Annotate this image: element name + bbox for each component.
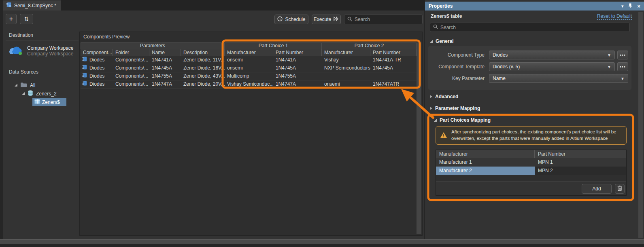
tree-item-zeners-table[interactable]: Zeners$ [6,98,79,106]
component-template-more-button[interactable]: ••• [617,62,628,71]
section-collapsed-icon [430,107,432,110]
expander-icon[interactable] [22,92,25,95]
add-source-button[interactable]: + [6,14,17,24]
clock-icon [277,16,283,23]
table-row[interactable]: Diodes Components\... 1N4745A Zener Diod… [81,64,417,72]
col-component[interactable]: Component... [81,49,113,56]
key-parameter-dropdown[interactable]: Name ▼ [489,74,628,83]
pc2-manufacturer-cell: NXP Semiconductors [322,64,370,72]
pc1-manufacturer-cell: onsemi [225,64,273,72]
execute-label: Execute [314,17,331,22]
group-parameters: Parameters [81,42,225,49]
tree-item-zeners-2[interactable]: Zeners_2 [6,89,79,98]
section-collapsed-icon [430,95,432,98]
workspace-subtitle: Company Workspace [27,51,74,57]
col-pc2-part-number[interactable]: Part Number [370,49,417,56]
schedule-button[interactable]: Schedule [274,15,308,24]
section-parameter-mapping[interactable]: Parameter Mapping [430,106,480,111]
manufacturer-cell[interactable]: Manufacturer 1 [436,158,535,167]
properties-title-bar: Properties ▾ × [425,2,644,11]
manufacturer-cell[interactable]: Manufacturer 2 [436,167,535,175]
table-row[interactable]: Diodes Components\... 1N4741A Zener Diod… [81,56,417,64]
components-preview-table: Parameters Part Choice 1 Part Choice 2 C… [81,42,417,89]
component-type-more-button[interactable]: ••• [617,51,628,59]
reset-to-default-link[interactable]: Reset to Default [597,13,632,20]
execute-button[interactable]: Execute [312,15,341,24]
pc1-manufacturer-cell: Multicomp [225,72,273,80]
part-number-cell[interactable]: MPN 2 [535,167,626,175]
empty-row [436,175,626,182]
close-icon[interactable]: × [637,3,640,9]
sync-direction-button[interactable]: ⇅ [20,14,33,24]
properties-search-box[interactable] [430,23,630,32]
properties-search-input[interactable] [440,25,627,30]
key-parameter-label: Key Parameter [431,76,489,81]
table-row[interactable]: Diodes Components\... 1N4755A Zener Diod… [81,72,417,80]
pc2-part-number-cell [370,72,417,80]
folder-cell: Components\... [113,80,149,88]
group-part-choice-1: Part Choice 1 [225,42,322,49]
component-template-dropdown[interactable]: Diodes (v. 5) ▼ [489,62,615,71]
section-part-choices-mapping[interactable]: Part Choices Mapping [434,117,491,123]
section-expanded-icon [430,40,433,43]
properties-subtitle: Zeners$ table [431,13,462,19]
component-icon [82,64,87,72]
section-advanced[interactable]: Advanced [430,94,458,99]
component-type-label: Component Type [431,52,489,58]
folder-cell: Components\... [113,72,149,80]
name-cell: 1N4741A [149,56,181,64]
status-bar [0,239,644,244]
search-icon [433,24,438,30]
pc2-manufacturer-cell [322,72,370,80]
general-fields-group: Component Type Diodes ▼ ••• Component Te… [428,46,631,90]
table-icon [34,99,40,105]
section-general[interactable]: General [430,38,454,44]
delete-button[interactable] [615,184,625,194]
cmpsync-document-icon [6,2,12,9]
col-folder[interactable]: Folder [113,49,149,56]
column-header-row: Component... Folder Name Description Man… [81,49,417,56]
add-button[interactable]: Add [582,184,612,194]
tree-item-all[interactable]: All [6,81,79,89]
group-part-choice-2: Part Choice 2 [322,42,417,49]
col-pc1-manufacturer[interactable]: Manufacturer [225,49,273,56]
part-choice-row-selected[interactable]: Manufacturer 2 MPN 2 [436,167,626,175]
name-cell: 1N4745A [149,64,181,72]
workspace-item[interactable]: Company Workspace Company Workspace [6,40,79,61]
col-pc2-manufacturer[interactable]: Manufacturer [322,49,370,56]
part-choices-footer: Add [436,182,626,195]
name-cell: 1N4747A [149,80,181,88]
pc1-part-number-cell: 1N4747A [273,80,322,88]
pcm-col-part-number[interactable]: Part Number [535,150,626,158]
col-description[interactable]: Description [181,49,225,56]
preview-vertical-scrollbar[interactable] [417,42,421,234]
part-number-cell[interactable]: MPN 1 [535,158,626,167]
col-pc1-part-number[interactable]: Part Number [273,49,322,56]
pcm-col-manufacturer[interactable]: Manufacturer [436,150,535,158]
main-search-box[interactable] [344,15,423,24]
description-cell: Zener Diode, 16V,... [181,64,225,72]
panel-menu-chevron-icon[interactable]: ▾ [621,4,624,9]
component-cell: Diodes [81,72,113,80]
component-type-dropdown[interactable]: Diodes ▼ [489,51,615,59]
component-type-row: Component Type Diodes ▼ ••• [431,51,628,59]
workspace-name: Company Workspace [27,45,74,51]
expander-icon[interactable] [15,84,17,87]
part-choices-warning: After synchronizing part choices, the ex… [436,126,627,145]
col-name[interactable]: Name [149,49,181,56]
table-row[interactable]: Diodes Components\... 1N4747A Zener Diod… [81,80,417,89]
description-cell: Zener Diode, 20V,... [181,80,225,88]
chevron-down-icon: ▼ [621,76,625,81]
document-tab[interactable]: Semi_8.CmpSync * [3,0,61,11]
properties-vertical-scrollbar[interactable] [638,12,643,238]
pc1-part-number-cell: 1N4745A [273,64,322,72]
part-choice-row[interactable]: Manufacturer 1 MPN 1 [436,158,626,167]
folder-icon [20,82,27,89]
main-search-input[interactable] [355,17,419,22]
component-icon [82,72,87,80]
database-icon [28,90,33,97]
pin-icon[interactable] [628,3,632,9]
key-parameter-row: Key Parameter Name ▼ [431,74,628,83]
pc2-manufacturer-cell: Vishay [322,56,370,64]
pc2-part-number-cell: 1N4747ATR [370,80,417,88]
